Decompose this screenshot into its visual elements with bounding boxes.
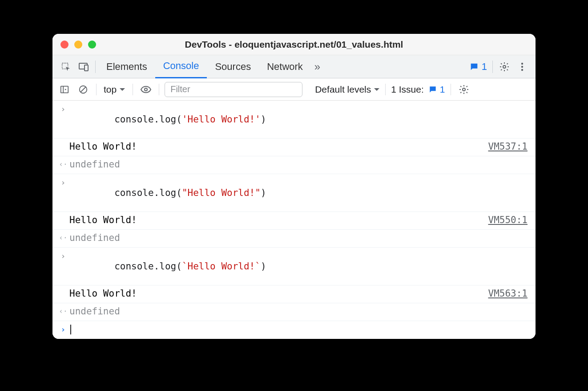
svg-point-5 xyxy=(521,65,523,67)
svg-point-6 xyxy=(521,69,523,70)
source-link[interactable]: VM550:1 xyxy=(488,215,528,225)
tab-sources[interactable]: Sources xyxy=(207,55,259,78)
toolbar-divider xyxy=(96,84,97,95)
prompt-chevron-icon: › xyxy=(57,324,69,334)
minimize-window-button[interactable] xyxy=(74,41,82,49)
toolbar-divider xyxy=(385,84,386,95)
messages-badge[interactable]: 1 xyxy=(469,61,490,73)
svg-point-3 xyxy=(503,65,506,68)
console-output-row: Hello World! VM537:1 xyxy=(52,138,536,156)
log-output: Hello World! xyxy=(69,215,488,225)
code-token: ) xyxy=(261,261,266,272)
code-token: ) xyxy=(261,187,266,198)
text-cursor xyxy=(70,325,71,334)
input-chevron-icon: › xyxy=(57,103,69,114)
toolbar-divider xyxy=(133,84,133,95)
console-return-row: ‹· undefined xyxy=(52,230,536,248)
source-link[interactable]: VM563:1 xyxy=(488,288,528,299)
input-chevron-icon: › xyxy=(57,250,69,261)
console-input-row[interactable]: › console.log("Hello World!") xyxy=(52,174,536,212)
maximize-window-button[interactable] xyxy=(88,41,96,49)
svg-line-10 xyxy=(81,87,86,92)
console-input-field[interactable] xyxy=(69,324,528,334)
device-toolbar-icon[interactable] xyxy=(75,58,93,76)
svg-point-4 xyxy=(521,62,523,64)
console-output-row: Hello World! VM550:1 xyxy=(52,212,536,230)
return-value: undefined xyxy=(69,232,528,243)
issues-count: 1 xyxy=(440,84,445,95)
issues-label: 1 Issue: xyxy=(391,84,424,95)
tab-network[interactable]: Network xyxy=(259,55,311,78)
console-return-row: ‹· undefined xyxy=(52,303,536,321)
tab-elements[interactable]: Elements xyxy=(98,55,155,78)
return-chevron-icon: ‹· xyxy=(57,232,69,242)
svg-rect-7 xyxy=(61,86,68,93)
issues-indicator[interactable]: 1 Issue: 1 xyxy=(391,84,445,95)
live-expression-icon[interactable] xyxy=(138,82,153,97)
code-token: ) xyxy=(261,114,266,125)
filter-input[interactable] xyxy=(165,82,302,97)
log-output: Hello World! xyxy=(69,288,488,299)
issue-icon xyxy=(428,85,437,94)
source-link[interactable]: VM537:1 xyxy=(488,141,528,152)
toolbar-divider xyxy=(451,84,451,95)
console-prompt-row[interactable]: › xyxy=(52,321,536,339)
svg-rect-2 xyxy=(85,65,88,71)
clear-console-icon[interactable] xyxy=(76,82,91,97)
return-chevron-icon: ‹· xyxy=(57,306,69,315)
tab-console[interactable]: Console xyxy=(155,55,207,78)
log-levels-selector[interactable]: Default levels xyxy=(315,84,380,95)
messages-count: 1 xyxy=(482,61,487,73)
console-input-row[interactable]: › console.log('Hello World!') xyxy=(52,101,536,138)
devtools-window: DevTools - eloquentjavascript.net/01_val… xyxy=(52,34,536,339)
tabbar-divider-right xyxy=(492,61,493,73)
svg-point-12 xyxy=(463,88,465,91)
levels-label: Default levels xyxy=(315,84,371,95)
code-string-token: 'Hello World!' xyxy=(182,114,261,125)
return-value: undefined xyxy=(69,306,528,317)
tabbar-divider xyxy=(95,61,96,73)
console-output: › console.log('Hello World!') Hello Worl… xyxy=(52,101,536,339)
window-title: DevTools - eloquentjavascript.net/01_val… xyxy=(52,39,536,50)
console-return-row: ‹· undefined xyxy=(52,156,536,174)
chevron-down-icon xyxy=(374,87,380,92)
console-input-row[interactable]: › console.log(`Hello World!`) xyxy=(52,248,536,285)
sidebar-toggle-icon[interactable] xyxy=(57,82,72,97)
context-selector[interactable]: top xyxy=(102,84,127,95)
close-window-button[interactable] xyxy=(60,41,68,49)
tabs-overflow-button[interactable]: » xyxy=(311,55,324,78)
titlebar: DevTools - eloquentjavascript.net/01_val… xyxy=(52,34,536,55)
console-output-row: Hello World! VM563:1 xyxy=(52,285,536,303)
blank-gutter xyxy=(57,141,69,142)
traffic-lights xyxy=(52,41,96,49)
main-tabbar: Elements Console Sources Network » 1 xyxy=(52,55,536,78)
toolbar-divider xyxy=(159,84,159,95)
code-token: console.log( xyxy=(114,261,182,272)
code-token: console.log( xyxy=(114,114,182,125)
console-toolbar: top Default levels 1 Issue: 1 xyxy=(52,78,536,101)
more-menu-icon[interactable] xyxy=(513,58,531,76)
settings-icon[interactable] xyxy=(495,58,513,76)
chevron-down-icon xyxy=(119,87,125,92)
context-label: top xyxy=(104,84,117,95)
console-settings-icon[interactable] xyxy=(456,82,471,97)
return-value: undefined xyxy=(69,159,528,170)
return-chevron-icon: ‹· xyxy=(57,159,69,168)
svg-point-11 xyxy=(145,88,147,91)
blank-gutter xyxy=(57,215,69,216)
code-token: console.log( xyxy=(114,187,182,198)
input-chevron-icon: › xyxy=(57,177,69,187)
log-output: Hello World! xyxy=(69,141,488,152)
code-string-token: "Hello World!" xyxy=(182,187,261,198)
inspect-element-icon[interactable] xyxy=(57,58,75,76)
blank-gutter xyxy=(57,288,69,289)
code-string-token: `Hello World!` xyxy=(182,261,261,272)
